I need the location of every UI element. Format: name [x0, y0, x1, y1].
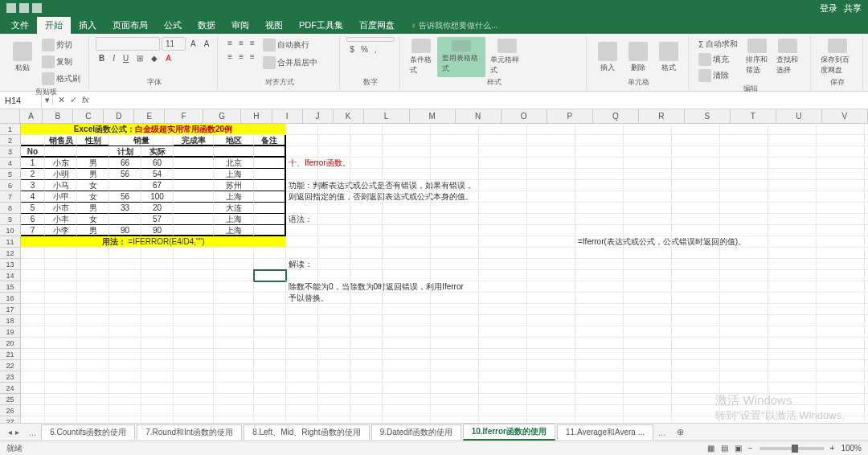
cell[interactable] [109, 259, 141, 270]
cell[interactable] [254, 349, 286, 360]
cell[interactable] [431, 371, 479, 383]
cell[interactable] [431, 270, 479, 281]
cell[interactable] [527, 248, 575, 259]
cell[interactable] [672, 394, 720, 405]
cell[interactable] [624, 326, 672, 338]
row-header[interactable]: 14 [0, 270, 21, 281]
cell[interactable] [479, 135, 527, 146]
cell[interactable] [45, 394, 77, 405]
cell[interactable] [624, 383, 672, 394]
cell[interactable] [350, 405, 383, 416]
cell[interactable] [865, 394, 868, 405]
cell[interactable] [286, 326, 318, 338]
cell[interactable] [720, 360, 768, 371]
cell[interactable] [45, 360, 77, 371]
cell[interactable] [431, 214, 479, 225]
cell[interactable] [817, 326, 865, 338]
cell[interactable] [77, 315, 109, 326]
sheet-tab-6[interactable]: 6.Countifs函数的使用 [41, 424, 135, 440]
col-header-O[interactable]: O [502, 109, 547, 124]
cell[interactable] [350, 371, 383, 383]
cell[interactable] [672, 383, 720, 394]
cell[interactable] [527, 158, 575, 169]
clear-button[interactable]: 清除 [695, 68, 740, 84]
cell[interactable] [141, 259, 174, 270]
cell[interactable] [865, 349, 868, 360]
cell[interactable]: =Iferror(表达式或公式，公式错误时返回的值)。 [575, 236, 624, 248]
cell[interactable] [624, 371, 672, 383]
cell[interactable] [431, 326, 479, 338]
cell[interactable] [720, 270, 768, 281]
cell[interactable] [286, 338, 318, 349]
cell[interactable] [865, 360, 868, 371]
cell[interactable] [383, 248, 431, 259]
cell[interactable]: 苏州 [214, 180, 254, 191]
cell[interactable] [672, 158, 720, 169]
cell[interactable] [768, 383, 817, 394]
cell[interactable] [174, 259, 214, 270]
row-header[interactable]: 4 [0, 158, 21, 169]
cell[interactable] [383, 383, 431, 394]
cell[interactable] [720, 236, 768, 248]
tabs-more-left[interactable]: ... [26, 428, 39, 437]
cell[interactable] [817, 338, 865, 349]
cell[interactable] [865, 225, 868, 236]
cell[interactable] [77, 383, 109, 394]
cell[interactable] [817, 394, 865, 405]
format-cells[interactable]: 格式 [654, 37, 683, 77]
cell[interactable] [214, 259, 254, 270]
cell[interactable] [575, 281, 624, 293]
cell[interactable] [624, 135, 672, 146]
cell[interactable] [720, 326, 768, 338]
cell[interactable] [527, 405, 575, 416]
cell[interactable] [720, 214, 768, 225]
cell[interactable] [318, 304, 350, 315]
cell[interactable] [77, 304, 109, 315]
cell[interactable] [286, 315, 318, 326]
cell[interactable] [479, 248, 527, 259]
cell[interactable] [174, 270, 214, 281]
cell[interactable] [254, 169, 286, 180]
col-header-C[interactable]: C [73, 109, 104, 124]
cell[interactable] [672, 180, 720, 191]
cell[interactable] [431, 349, 479, 360]
font-family[interactable] [96, 37, 160, 51]
cell[interactable] [214, 270, 254, 281]
cell[interactable]: 54 [141, 169, 174, 180]
font-color[interactable]: A [162, 52, 174, 64]
cell[interactable] [286, 360, 318, 371]
cell[interactable] [45, 146, 77, 158]
tab-layout[interactable]: 页面布局 [104, 17, 156, 34]
row-header[interactable]: 18 [0, 315, 21, 326]
cell[interactable]: 男 [77, 158, 109, 169]
cell[interactable] [768, 236, 817, 248]
cell[interactable] [174, 371, 214, 383]
cell[interactable]: 男 [77, 203, 109, 214]
cell[interactable] [141, 304, 174, 315]
cell[interactable] [141, 338, 174, 349]
cell[interactable] [720, 169, 768, 180]
cell[interactable] [286, 304, 318, 315]
cell[interactable] [109, 248, 141, 259]
tabs-more-right[interactable]: ... [655, 428, 669, 437]
cell[interactable] [174, 383, 214, 394]
cell[interactable] [768, 371, 817, 383]
tell-me[interactable]: ♀ 告诉我你想要做什么... [403, 18, 506, 34]
cell[interactable]: 地区 [214, 135, 254, 146]
sheet-tab-10[interactable]: 10.Iferror函数的使用 [463, 424, 555, 441]
cell[interactable] [254, 191, 286, 203]
cell[interactable]: 除数不能为0，当除数为0时返回错误，利用Iferror [286, 281, 318, 293]
cell[interactable] [479, 338, 527, 349]
cell[interactable] [254, 405, 286, 416]
cell[interactable] [479, 259, 527, 270]
cell[interactable] [768, 135, 817, 146]
col-header-S[interactable]: S [685, 109, 731, 124]
cell[interactable] [77, 293, 109, 304]
cell[interactable] [479, 146, 527, 158]
cell[interactable] [817, 203, 865, 214]
cell[interactable] [575, 248, 624, 259]
cell[interactable] [672, 371, 720, 383]
cell[interactable] [768, 338, 817, 349]
cell[interactable] [214, 371, 254, 383]
cell[interactable] [318, 394, 350, 405]
